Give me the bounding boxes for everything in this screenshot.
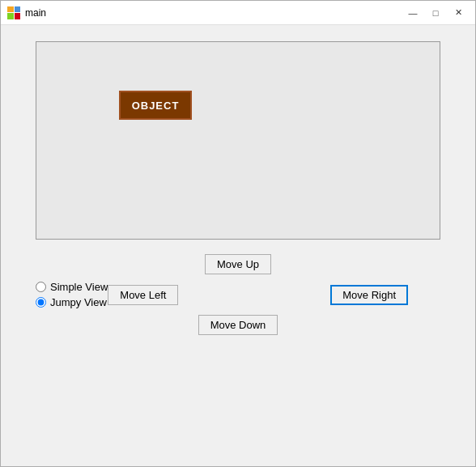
title-bar: main — □ ✕ [1, 1, 475, 25]
move-up-row: Move Up [36, 254, 440, 274]
object-label: OBJECT [132, 100, 180, 112]
jumpy-view-text: Jumpy View [50, 296, 107, 308]
title-bar-left: main [7, 6, 46, 19]
minimize-button[interactable]: — [402, 5, 423, 21]
controls-middle-row: Simple View Jumpy View Move Left Move Ri… [36, 281, 440, 308]
radio-group: Simple View Jumpy View [36, 281, 108, 308]
simple-view-radio[interactable] [36, 282, 46, 292]
move-down-button[interactable]: Move Down [198, 315, 278, 335]
canvas-area: OBJECT [36, 41, 440, 240]
app-icon-q1 [7, 6, 14, 13]
simple-view-text: Simple View [50, 281, 108, 293]
app-icon-q2 [15, 6, 21, 13]
move-left-button[interactable]: Move Left [108, 285, 178, 305]
jumpy-view-label[interactable]: Jumpy View [36, 296, 108, 308]
move-up-button[interactable]: Move Up [205, 254, 271, 274]
simple-view-label[interactable]: Simple View [36, 281, 108, 293]
title-bar-controls: — □ ✕ [402, 5, 469, 21]
jumpy-view-radio[interactable] [36, 297, 46, 308]
maximize-button[interactable]: □ [425, 5, 446, 21]
move-right-button[interactable]: Move Right [330, 285, 408, 305]
window-content: OBJECT Move Up Simple View Jumpy View [1, 25, 475, 466]
window-title: main [25, 7, 46, 19]
object-box: OBJECT [119, 91, 192, 120]
main-window: main — □ ✕ OBJECT Move Up [0, 0, 476, 467]
app-icon [7, 6, 20, 19]
controls-area: Move Up Simple View Jumpy View Move Left [36, 248, 440, 335]
app-icon-q3 [7, 13, 14, 19]
close-button[interactable]: ✕ [448, 5, 469, 21]
app-icon-q4 [15, 13, 21, 19]
move-down-row: Move Down [36, 315, 440, 335]
